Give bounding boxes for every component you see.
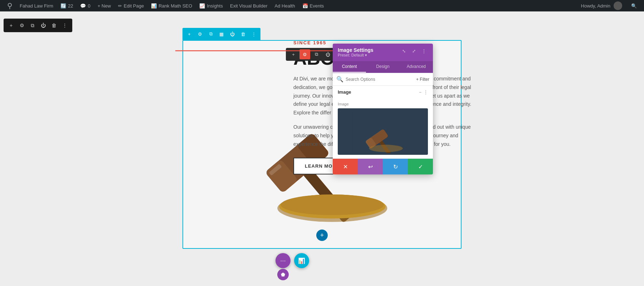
edit-page-item[interactable]: ✏ Edit Page — [114, 0, 147, 11]
svg-point-8 — [281, 194, 384, 215]
events-label: Events — [310, 3, 324, 9]
left-toolbar: + ⚙ ⧉ ⏻ 🗑 ⋮ — [4, 19, 72, 32]
wp-logo-item[interactable]: ⚲ — [4, 0, 16, 11]
ad-health-item[interactable]: Ad Health — [271, 0, 299, 11]
panel-tabs: Content Design Advanced — [333, 61, 433, 73]
left-power-btn[interactable]: ⏻ — [39, 21, 48, 30]
exit-builder-item[interactable]: Exit Visual Builder — [226, 0, 271, 11]
image-settings-panel: Image Settings Preset: Default ▾ ⤡ ⤢ ⋮ C… — [333, 44, 433, 174]
builder-area: + ⚙ ⧉ ⏻ 🗑 ⋮ + ⚙ ⧉ ▦ ⏻ 🗑 ⋮ — [0, 11, 644, 286]
redo-btn[interactable]: ↻ — [383, 159, 408, 174]
howdy-label: Howdy, Admin — [581, 3, 610, 9]
left-copy-btn[interactable]: ⧉ — [28, 21, 37, 30]
preview-gavel — [351, 110, 415, 153]
panel-title-block: Image Settings Preset: Default ▾ — [338, 47, 400, 58]
extra-fab[interactable]: ⬟ — [277, 269, 289, 280]
module-power-btn[interactable]: ⏻ — [322, 49, 333, 59]
add-module-btn[interactable]: + — [316, 230, 328, 241]
floating-actions: ⋯ 📊 — [275, 253, 309, 268]
exit-builder-label: Exit Visual Builder — [230, 3, 268, 9]
section-trash-btn[interactable]: 🗑 — [238, 29, 248, 39]
panel-more-btn[interactable]: ⋮ — [420, 47, 428, 55]
image-preview[interactable] — [338, 108, 428, 155]
updates-icon: 🔄 — [60, 3, 66, 9]
image-section: Image − ⋮ Image — [333, 86, 433, 159]
howdy-item[interactable]: Howdy, Admin — [577, 1, 626, 10]
panel-header-icons: ⤡ ⤢ ⋮ — [400, 47, 428, 55]
edit-icon: ✏ — [118, 3, 122, 9]
save-btn[interactable]: ✓ — [408, 159, 433, 174]
panel-header: Image Settings Preset: Default ▾ ⤡ ⤢ ⋮ — [333, 44, 433, 61]
site-name: Fahad Law Firm — [20, 3, 53, 9]
image-section-title: Image — [338, 89, 351, 95]
comments-icon: 💬 — [80, 3, 86, 9]
section-add-btn[interactable]: + — [185, 29, 194, 39]
panel-preset[interactable]: Preset: Default ▾ — [338, 53, 400, 58]
panel-search-area: 🔍 + Filter — [333, 73, 433, 86]
section-power-btn[interactable]: ⏻ — [228, 29, 237, 39]
filter-btn[interactable]: + Filter — [416, 77, 429, 82]
search-admin-icon: 🔍 — [631, 3, 637, 9]
updates-item[interactable]: 🔄 22 — [57, 0, 77, 11]
image-section-icons: − ⋮ — [419, 90, 428, 95]
rank-math-label: Rank Math SEO — [158, 3, 192, 9]
tab-design[interactable]: Design — [366, 61, 399, 73]
panel-footer: ✕ ↩ ↻ ✓ — [333, 159, 433, 174]
svg-point-16 — [369, 145, 402, 152]
rank-math-item[interactable]: 📊 Rank Math SEO — [147, 0, 196, 11]
panel-expand-btn[interactable]: ⤢ — [410, 47, 418, 55]
section-more-btn[interactable]: ⋮ — [249, 29, 258, 39]
fab-chart-btn[interactable]: 📊 — [294, 253, 309, 268]
image-section-header[interactable]: Image − ⋮ — [333, 86, 433, 98]
new-label: + New — [98, 3, 111, 9]
ad-health-label: Ad Health — [275, 3, 295, 9]
left-toolbar-row: + ⚙ ⧉ ⏻ 🗑 ⋮ — [4, 19, 72, 32]
events-icon: 📅 — [302, 3, 308, 9]
fab-menu-btn[interactable]: ⋯ — [275, 253, 291, 268]
rank-math-icon: 📊 — [151, 3, 157, 9]
admin-bar-right: Howdy, Admin 🔍 — [577, 1, 640, 10]
cancel-btn[interactable]: ✕ — [333, 159, 358, 174]
left-settings-btn[interactable]: ⚙ — [17, 21, 26, 30]
wordpress-icon: ⚲ — [7, 1, 13, 10]
panel-title: Image Settings — [338, 47, 400, 53]
comments-count: 0 — [88, 3, 90, 9]
edit-page-label: Edit Page — [124, 3, 144, 9]
insights-icon: 📈 — [199, 3, 205, 9]
section-more-icon[interactable]: ⋮ — [424, 90, 428, 95]
avatar — [614, 1, 622, 10]
section-settings-btn[interactable]: ⚙ — [195, 29, 205, 39]
comments-item[interactable]: 💬 0 — [77, 0, 94, 11]
image-field-label: Image — [338, 102, 428, 106]
events-item[interactable]: 📅 Events — [299, 0, 328, 11]
image-section-content: Image — [333, 98, 433, 158]
search-admin-item[interactable]: 🔍 — [628, 3, 640, 9]
updates-count: 22 — [68, 3, 73, 9]
left-trash-btn[interactable]: 🗑 — [49, 21, 59, 30]
module-add-btn[interactable]: + — [288, 49, 299, 59]
left-add-btn[interactable]: + — [6, 21, 16, 30]
section-copy-btn[interactable]: ⧉ — [206, 29, 215, 39]
undo-btn[interactable]: ↩ — [358, 159, 383, 174]
module-copy-btn[interactable]: ⧉ — [311, 49, 322, 59]
tab-advanced[interactable]: Advanced — [400, 61, 433, 73]
panel-minimize-btn[interactable]: ⤡ — [400, 47, 408, 55]
tab-content[interactable]: Content — [333, 61, 366, 73]
search-icon: 🔍 — [336, 76, 343, 83]
new-item[interactable]: + New — [94, 0, 114, 11]
left-more-btn[interactable]: ⋮ — [60, 21, 69, 30]
site-name-item[interactable]: Fahad Law Firm — [16, 0, 57, 11]
section-toolbar: + ⚙ ⧉ ▦ ⏻ 🗑 ⋮ — [182, 28, 260, 40]
insights-label: Insights — [207, 3, 223, 9]
content-area: + ⚙ ⧉ ▦ ⏻ 🗑 ⋮ + ⚙ ⧉ ⏻ 🗑 ⋮ — [0, 11, 644, 286]
collapse-icon[interactable]: − — [419, 90, 421, 95]
search-input[interactable] — [346, 77, 414, 82]
admin-bar: ⚲ Fahad Law Firm 🔄 22 💬 0 + New ✏ Edit P… — [0, 0, 644, 11]
section-grid-btn[interactable]: ▦ — [217, 29, 226, 39]
module-settings-btn[interactable]: ⚙ — [299, 49, 310, 59]
insights-item[interactable]: 📈 Insights — [196, 0, 226, 11]
